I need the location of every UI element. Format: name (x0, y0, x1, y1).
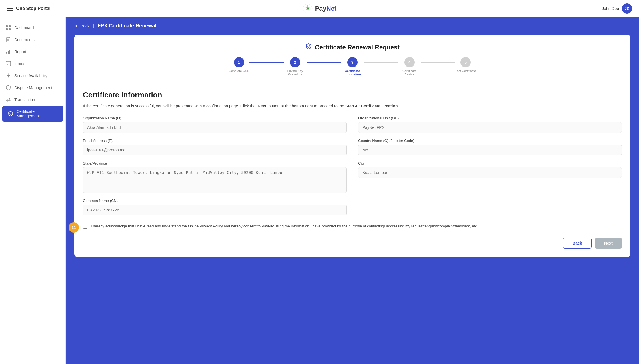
sidebar-label-transaction: Transaction (14, 97, 35, 102)
section-description: If the certificate generation is success… (83, 103, 622, 109)
state-input[interactable]: W.P A11 Southpoint Tower, Lingkaran Syed… (83, 167, 347, 193)
grid-icon (6, 25, 11, 30)
org-unit-group: Organizational Unit (OU) (358, 116, 622, 133)
stepper: 1 Generate CSR 2 Private Key Procedure 3… (83, 57, 622, 76)
consent-checkbox[interactable] (83, 224, 87, 229)
step-circle-4: 4 (404, 57, 415, 67)
avatar: JD (622, 3, 632, 14)
svg-rect-14 (6, 61, 11, 66)
country-input[interactable] (358, 145, 622, 155)
card-footer: Back Next (83, 238, 622, 249)
content-header: Back | FPX Certificate Renewal (66, 17, 639, 35)
email-input[interactable] (83, 145, 347, 155)
main-layout: Dashboard Documents Report Inbox Service… (0, 17, 639, 364)
svg-point-2 (307, 7, 309, 9)
step-circle-5: 5 (460, 57, 471, 67)
sidebar-label-dispute-management: Dispute Management (14, 85, 52, 90)
sidebar-item-service-availability[interactable]: Service Availability (0, 70, 65, 82)
step-circle-2: 2 (290, 57, 300, 67)
user-name: John Doe (602, 6, 619, 11)
step-4: 4 Certificate Creation (398, 57, 421, 76)
step-label-5: Test Certificate (455, 69, 476, 73)
step-label-3: Certificate Information (341, 69, 364, 76)
svg-rect-13 (9, 50, 10, 54)
city-input[interactable] (358, 167, 622, 178)
consent-step-badge: 11 (69, 222, 79, 233)
step-label-2: Private Key Procedure (284, 69, 307, 76)
shield-cert-icon (305, 43, 312, 51)
header-right: John Doe JD (602, 3, 632, 14)
shield-icon (6, 85, 11, 90)
sidebar-item-dashboard[interactable]: Dashboard (0, 22, 65, 34)
back-label: Back (81, 24, 89, 28)
sidebar-label-inbox: Inbox (14, 61, 24, 66)
country-label: Country Name (C) (2 Letter Code) (358, 139, 622, 143)
org-unit-label: Organizational Unit (OU) (358, 116, 622, 120)
step-label-1: Generate CSR (229, 69, 249, 73)
connector-1-2 (249, 62, 284, 63)
portal-title: One Stop Portal (16, 6, 51, 11)
step-2: 2 Private Key Procedure (284, 57, 307, 76)
svg-marker-15 (7, 73, 10, 78)
main-card: Certificate Renewal Request 1 Generate C… (74, 35, 630, 257)
svg-rect-6 (9, 28, 11, 30)
sidebar-label-certificate-management: Certificate Management (17, 109, 57, 118)
back-button[interactable]: Back (563, 238, 591, 249)
lightning-icon (6, 73, 11, 78)
header-divider: | (93, 23, 94, 29)
city-label: City (358, 161, 622, 165)
sidebar-label-documents: Documents (14, 37, 35, 42)
stepper-title: Certificate Renewal Request (315, 44, 400, 51)
sidebar: Dashboard Documents Report Inbox Service… (0, 17, 66, 364)
sidebar-item-report[interactable]: Report (0, 46, 65, 58)
sidebar-item-dispute-management[interactable]: Dispute Management (0, 82, 65, 94)
org-unit-input[interactable] (358, 122, 622, 133)
section-title: Certificate Information (83, 91, 622, 99)
connector-2-3 (307, 62, 341, 63)
header-logo: PayNet (303, 3, 337, 14)
sidebar-label-report: Report (14, 49, 26, 54)
step-3: 3 Certificate Information (341, 57, 364, 76)
sidebar-item-inbox[interactable]: Inbox (0, 58, 65, 70)
org-name-input[interactable] (83, 122, 347, 133)
sidebar-label-dashboard: Dashboard (14, 25, 34, 30)
org-name-label: Organization Name (O) (83, 116, 347, 120)
stepper-title-row: Certificate Renewal Request (83, 43, 622, 51)
step-label-4: Certificate Creation (398, 69, 421, 76)
header: One Stop Portal PayNet John Doe JD (0, 0, 639, 17)
email-group: Email Address (E) (83, 139, 347, 155)
arrows-icon (6, 97, 11, 102)
svg-rect-11 (6, 52, 7, 54)
divider (83, 85, 622, 85)
step-5: 5 Test Certificate (455, 57, 476, 73)
svg-rect-5 (6, 28, 8, 30)
sidebar-item-certificate-management[interactable]: Certificate Management (2, 106, 63, 122)
hamburger-menu[interactable] (7, 7, 13, 11)
file-icon (6, 37, 11, 42)
logo-paynet-text: PayNet (315, 5, 337, 12)
header-left: One Stop Portal (7, 6, 51, 11)
common-name-label: Common Name (CN) (83, 199, 347, 203)
svg-rect-4 (9, 25, 11, 27)
consent-text: I hereby acknowledge that I have read an… (91, 223, 478, 229)
connector-3-4 (364, 62, 398, 63)
step-circle-3: 3 (347, 57, 358, 67)
paynet-logo-icon (303, 3, 313, 14)
sidebar-item-transaction[interactable]: Transaction (0, 94, 65, 106)
page-title: FPX Certificate Renewal (97, 23, 156, 29)
state-label: State/Province (83, 161, 347, 165)
state-group: State/Province W.P A11 Southpoint Tower,… (83, 161, 347, 193)
email-label: Email Address (E) (83, 139, 347, 143)
form-grid: Organization Name (O) Organizational Uni… (83, 116, 622, 215)
consent-row: 11 I hereby acknowledge that I have read… (83, 223, 622, 229)
content-area: Back | FPX Certificate Renewal Certifica… (66, 17, 639, 364)
city-group: City (358, 161, 622, 193)
common-name-group: Common Name (CN) (83, 199, 347, 215)
org-name-group: Organization Name (O) (83, 116, 347, 133)
common-name-input[interactable] (83, 205, 347, 215)
sidebar-label-service-availability: Service Availability (14, 73, 47, 78)
sidebar-item-documents[interactable]: Documents (0, 34, 65, 46)
next-button[interactable]: Next (595, 238, 622, 249)
step-circle-1: 1 (234, 57, 244, 67)
back-button-header[interactable]: Back (74, 24, 89, 28)
